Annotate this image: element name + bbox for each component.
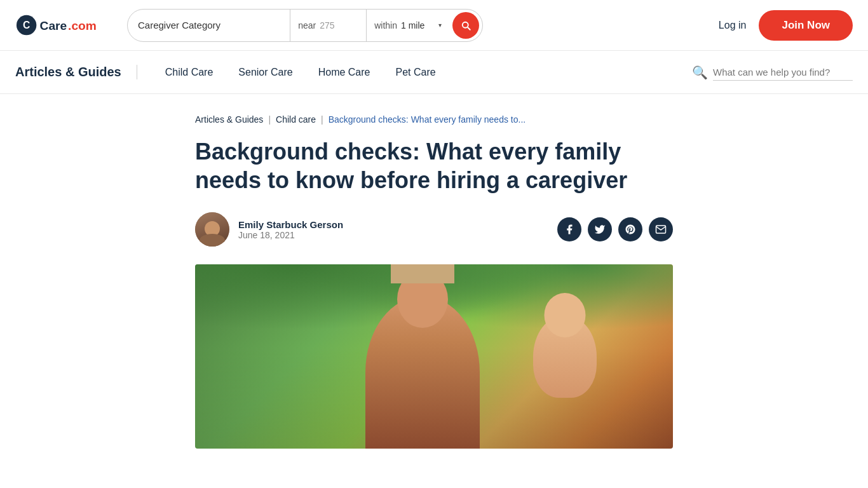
near-field: near: [290, 10, 367, 41]
article-title: Background checks: What every family nee…: [195, 137, 673, 194]
secondary-search-input[interactable]: [713, 64, 853, 81]
email-share-button[interactable]: [649, 217, 673, 241]
image-child: [533, 315, 597, 398]
search-icon: [460, 20, 471, 31]
avatar: [195, 212, 229, 247]
search-icon: 🔍: [692, 65, 708, 80]
svg-text:.com: .com: [68, 19, 97, 32]
section-title: Articles & Guides: [15, 65, 137, 79]
nav-actions: Log in Join Now: [719, 10, 853, 41]
secondary-nav: Articles & Guides Child Care Senior Care…: [0, 51, 868, 94]
avatar-image: [195, 212, 229, 247]
author-row: Emily Starbuck Gerson June 18, 2021: [195, 212, 673, 247]
svg-text:C: C: [23, 19, 30, 30]
pinterest-share-button[interactable]: [618, 217, 642, 241]
pinterest-icon: [625, 224, 636, 235]
twitter-icon: [594, 224, 606, 235]
login-button[interactable]: Log in: [719, 20, 747, 31]
article-area: Articles & Guides | Child care | Backgro…: [180, 94, 688, 469]
image-person1: [365, 296, 480, 449]
search-button[interactable]: [452, 12, 479, 39]
search-bar: Caregiver Category Child Care Senior Car…: [127, 9, 483, 42]
author-text: Emily Starbuck Gerson June 18, 2021: [238, 219, 343, 240]
breadcrumb-current: Background checks: What every family nee…: [329, 114, 526, 125]
chevron-down-icon: ▾: [438, 22, 442, 29]
author-name: Emily Starbuck Gerson: [238, 219, 343, 230]
breadcrumb: Articles & Guides | Child care | Backgro…: [195, 114, 673, 125]
zip-input[interactable]: [320, 20, 358, 30]
social-share-icons: [557, 217, 673, 241]
nav-link-childcare[interactable]: Child Care: [153, 67, 226, 78]
secondary-search: 🔍: [692, 64, 853, 81]
breadcrumb-articles[interactable]: Articles & Guides: [195, 114, 263, 125]
article-date: June 18, 2021: [238, 230, 343, 240]
facebook-icon: [564, 224, 575, 235]
near-label: near: [298, 20, 316, 30]
within-label: within: [374, 20, 397, 30]
top-nav: C Care .com Caregiver Category Child Car…: [0, 0, 868, 51]
category-nav: Child Care Senior Care Home Care Pet Car…: [137, 67, 692, 78]
distance-select[interactable]: 1 mile 5 miles 10 miles 25 miles: [401, 20, 435, 30]
within-field: within 1 mile 5 miles 10 miles 25 miles …: [367, 10, 449, 41]
nav-link-petcare[interactable]: Pet Care: [383, 67, 449, 78]
logo[interactable]: C Care .com: [15, 10, 117, 41]
svg-text:Care: Care: [40, 19, 67, 32]
join-button[interactable]: Join Now: [759, 10, 853, 41]
author-info: Emily Starbuck Gerson June 18, 2021: [195, 212, 343, 247]
article-hero-image: [195, 264, 673, 449]
email-icon: [655, 224, 667, 235]
nav-link-homecare[interactable]: Home Care: [306, 67, 383, 78]
twitter-share-button[interactable]: [588, 217, 612, 241]
category-dropdown[interactable]: Caregiver Category Child Care Senior Car…: [128, 10, 290, 41]
category-select[interactable]: Caregiver Category Child Care Senior Car…: [138, 20, 280, 30]
breadcrumb-childcare[interactable]: Child care: [276, 114, 316, 125]
breadcrumb-sep-2: |: [321, 114, 323, 125]
nav-link-seniorcare[interactable]: Senior Care: [226, 67, 305, 78]
facebook-share-button[interactable]: [557, 217, 581, 241]
breadcrumb-sep-1: |: [268, 114, 271, 125]
